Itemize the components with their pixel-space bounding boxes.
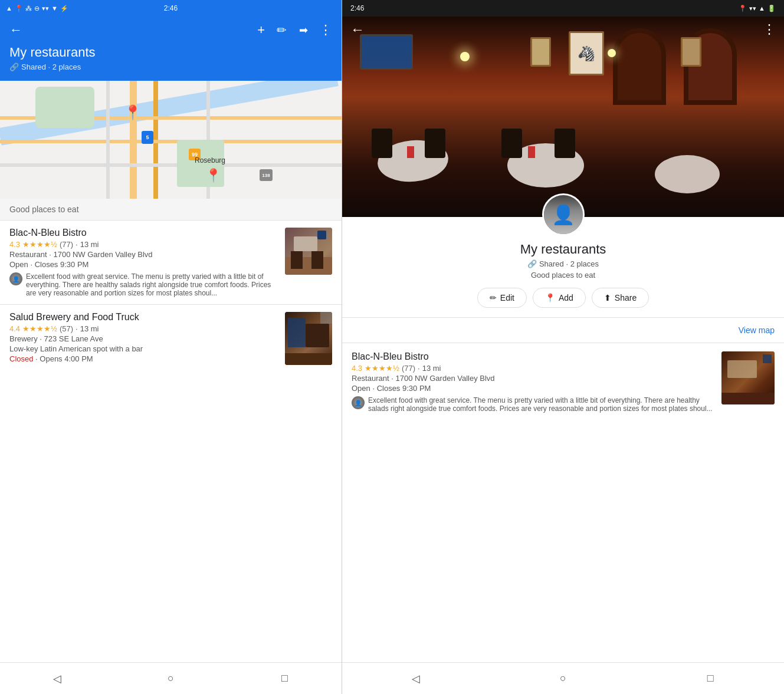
place-description-salud: Low-key Latin American spot with a bar [9, 344, 279, 353]
right-more-button[interactable]: ⋮ [763, 22, 776, 37]
place-hours-salud: Closed · Opens 4:00 PM [9, 354, 279, 363]
map-background: 5 99 138 Roseburg 📍 📍 [0, 81, 342, 199]
back-button[interactable]: ← [9, 22, 22, 38]
left-header: ← + ✏ ⬆ ⋮ My restaurants 🔗 Shared · 2 pl… [0, 17, 342, 81]
right-bottom-nav: ◁ ○ □ [342, 662, 784, 694]
place-thumbnail-salud [285, 312, 332, 365]
bluetooth-icon: ⁂ [25, 5, 32, 12]
hero-overlay-header: ← ⋮ [342, 17, 784, 42]
left-header-subtitle: 🔗 Shared · 2 places [9, 63, 332, 71]
right-place-card-blac-n-bleu[interactable]: Blac-N-Bleu Bistro 4.3 ★★★★½ (77) · 13 m… [342, 343, 784, 421]
review-avatar-blac-n-bleu: 👤 [9, 272, 22, 285]
closed-label: Closed [9, 354, 33, 363]
back-nav-btn[interactable]: ◁ [45, 667, 69, 690]
left-status-icons: ▲ 📍 ⁂ ⊖ ▾▾ ▼ ⚡ [6, 5, 68, 12]
right-place-rating-blac-n-bleu: 4.3 ★★★★½ (77) · 13 mi [352, 364, 714, 373]
rating-num-blac-n-bleu: 4.3 [9, 240, 20, 249]
place-rating-blac-n-bleu: 4.3 ★★★★½ (77) · 13 mi [9, 240, 279, 249]
right-panel: 2:46 📍 ▾▾ ▲ 🔋 [342, 0, 784, 694]
minus-circle-icon: ⊖ [34, 5, 40, 12]
place-rating-salud: 4.4 ★★★★½ (57) · 13 mi [9, 324, 279, 333]
hero-image-area: 🦓 ← ⋮ [342, 17, 784, 217]
profile-subtitle: 🔗 Shared · 2 places [527, 259, 599, 268]
right-recents-nav-btn[interactable]: □ [698, 667, 722, 690]
add-action-btn[interactable]: 📍 Add [533, 288, 586, 308]
right-signal-icon: ▲ [759, 5, 765, 12]
signal-icon: ▼ [51, 5, 58, 12]
left-header-icons: ← + ✏ ⬆ ⋮ [9, 22, 332, 38]
place-type-salud: Brewery · 723 SE Lane Ave [9, 334, 279, 343]
profile-avatar: 👤 [542, 193, 585, 236]
right-place-hours-blac-n-bleu: Open · Closes 9:30 PM [352, 384, 714, 393]
hero-background: 🦓 [342, 17, 784, 217]
right-status-bar: 2:46 📍 ▾▾ ▲ 🔋 [342, 0, 784, 17]
place-type-blac-n-bleu: Restaurant · 1700 NW Garden Valley Blvd [9, 250, 279, 259]
arrow-up-icon: ▲ [6, 5, 12, 12]
edit-icon: ✏ [490, 293, 497, 302]
rating-num-salud: 4.4 [9, 324, 20, 333]
left-bottom-nav: ◁ ○ □ [0, 662, 342, 694]
place-card-blac-n-bleu[interactable]: Blac-N-Bleu Bistro 4.3 ★★★★½ (77) · 13 m… [0, 220, 342, 304]
link-icon: 🔗 [9, 63, 19, 71]
right-place-info-blac-n-bleu: Blac-N-Bleu Bistro 4.3 ★★★★½ (77) · 13 m… [352, 351, 714, 413]
place-name-salud: Salud Brewery and Food Truck [9, 312, 279, 323]
right-wifi-icon: ▾▾ [749, 5, 756, 12]
right-place-type-blac-n-bleu: Restaurant · 1700 NW Garden Valley Blvd [352, 374, 714, 383]
distance-val-blac-n-bleu: 13 mi [80, 240, 99, 249]
share-action-btn[interactable]: ⬆ Share [592, 288, 649, 308]
place-hours-blac-n-bleu: Open · Closes 9:30 PM [9, 260, 279, 269]
edit-label: Edit [500, 293, 514, 302]
place-review-blac-n-bleu: 👤 Excellent food with great service. The… [9, 272, 279, 297]
view-map-row: View map [342, 317, 784, 343]
right-location-icon: 📍 [739, 5, 747, 12]
right-status-icons: 📍 ▾▾ ▲ 🔋 [739, 5, 776, 12]
profile-subtitle-text: Shared · 2 places [539, 259, 599, 268]
profile-section: 👤 My restaurants 🔗 Shared · 2 places Goo… [342, 193, 784, 317]
profile-link-icon: 🔗 [527, 259, 537, 268]
share-label: Share [615, 293, 637, 302]
right-review-avatar: 👤 [352, 396, 365, 409]
right-back-button[interactable]: ← [350, 21, 365, 38]
right-battery-icon: 🔋 [767, 5, 776, 12]
right-place-review-blac-n-bleu: 👤 Excellent food with great service. The… [352, 396, 714, 413]
share-button[interactable]: ⬆ [297, 26, 310, 35]
right-place-thumbnail-blac-n-bleu [721, 351, 775, 404]
add-button[interactable]: + [257, 22, 265, 38]
more-button[interactable]: ⋮ [319, 22, 332, 38]
battery-icon: ⚡ [60, 5, 68, 12]
right-back-nav-btn[interactable]: ◁ [404, 667, 428, 690]
rating-count-salud: (57) [60, 324, 73, 333]
left-status-bar: ▲ 📍 ⁂ ⊖ ▾▾ ▼ ⚡ 2:46 [0, 0, 342, 17]
place-info-blac-n-bleu: Blac-N-Bleu Bistro 4.3 ★★★★½ (77) · 13 m… [9, 228, 279, 297]
edit-button[interactable]: ✏ [277, 23, 287, 37]
stars-salud: ★★★★½ [22, 324, 57, 333]
left-header-subtitle-text: Shared · 2 places [21, 63, 81, 71]
place-card-salud[interactable]: Salud Brewery and Food Truck 4.4 ★★★★½ (… [0, 304, 342, 372]
left-status-time: 2:46 [164, 4, 178, 12]
profile-description: Good places to eat [531, 271, 595, 279]
home-nav-btn[interactable]: ○ [159, 667, 183, 690]
distance-blac-n-bleu: · [76, 240, 78, 249]
add-pin-icon: 📍 [545, 293, 555, 302]
left-panel: ▲ 📍 ⁂ ⊖ ▾▾ ▼ ⚡ 2:46 ← + ✏ ⬆ ⋮ My restaur… [0, 0, 342, 694]
thumb-interior-blac-n-bleu [285, 228, 332, 275]
thumb-interior-salud [285, 312, 332, 365]
rating-count-blac-n-bleu: (77) [60, 240, 73, 249]
stars-blac-n-bleu: ★★★★½ [22, 240, 57, 249]
place-name-blac-n-bleu: Blac-N-Bleu Bistro [9, 228, 279, 238]
right-status-time: 2:46 [350, 4, 364, 12]
edit-action-btn[interactable]: ✏ Edit [477, 288, 527, 308]
good-places-label: Good places to eat [0, 199, 342, 220]
recents-nav-btn[interactable]: □ [273, 667, 297, 690]
profile-actions: ✏ Edit 📍 Add ⬆ Share [477, 288, 649, 308]
view-map-link[interactable]: View map [739, 325, 775, 335]
share-icon: ⬆ [604, 293, 611, 302]
add-label: Add [559, 293, 573, 302]
right-place-name-blac-n-bleu: Blac-N-Bleu Bistro [352, 351, 714, 362]
map-area[interactable]: 5 99 138 Roseburg 📍 📍 [0, 81, 342, 199]
right-home-nav-btn[interactable]: ○ [551, 667, 575, 690]
place-info-salud: Salud Brewery and Food Truck 4.4 ★★★★½ (… [9, 312, 279, 365]
header-right-icons: + ✏ ⬆ ⋮ [257, 22, 332, 38]
place-thumbnail-blac-n-bleu [285, 228, 332, 275]
profile-title: My restaurants [520, 242, 606, 257]
